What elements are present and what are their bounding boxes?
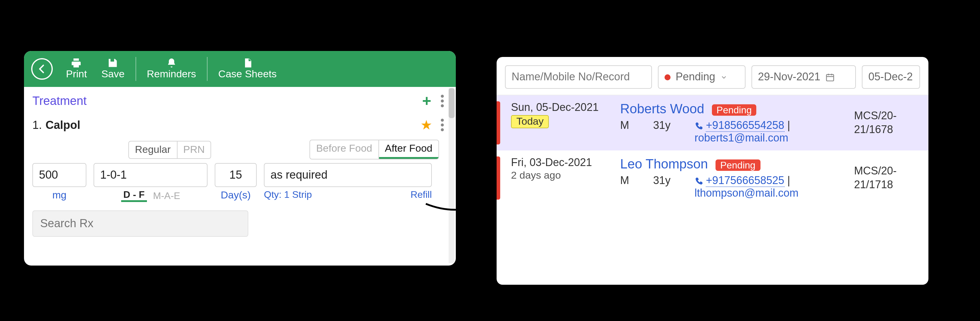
before-food-option[interactable]: Before Food (310, 140, 379, 159)
status-label: Pending (676, 71, 715, 83)
chevron-down-icon (720, 73, 727, 81)
patient-age: 31y (653, 119, 671, 145)
print-button[interactable]: Print (59, 55, 94, 83)
record-date: Sun, 05-Dec-2021 (511, 101, 613, 114)
date-from-label: 29-Nov-2021 (758, 71, 820, 83)
save-icon (107, 57, 119, 68)
dose-unit[interactable]: mg (52, 187, 66, 202)
status-badge: Pending (716, 159, 760, 171)
instruction-input[interactable]: as required (264, 163, 432, 187)
reminders-button[interactable]: Reminders (140, 55, 203, 83)
back-button[interactable] (31, 58, 53, 80)
date-to-label: 05-Dec-2 (869, 71, 913, 83)
section-header: Treatment + (24, 87, 456, 114)
status-filter[interactable]: Pending (658, 65, 746, 89)
records-panel: Pending 29-Nov-2021 05-Dec-2 Sun, 05-Dec… (496, 57, 928, 285)
patient-record[interactable]: Fri, 03-Dec-2021 2 days ago Leo Thompson… (496, 151, 928, 206)
med-index: 1. (32, 118, 42, 132)
med-name: Calpol (46, 118, 80, 132)
frequency-input[interactable]: 1-0-1 (94, 163, 207, 187)
svg-rect-0 (826, 74, 834, 81)
status-dot-icon (665, 74, 671, 80)
patient-name[interactable]: Leo Thompson (620, 156, 708, 172)
star-icon[interactable]: ★ (416, 117, 437, 133)
patient-name[interactable]: Roberts Wood (620, 101, 704, 116)
toolbar-separator (135, 57, 136, 81)
med-options-row: Regular PRN Before Food After Food (24, 136, 456, 160)
document-icon (242, 57, 253, 68)
arrow-left-icon (37, 64, 48, 74)
patient-email[interactable]: roberts1@mail.com (695, 132, 788, 144)
patient-record[interactable]: Sun, 05-Dec-2021 Today Roberts Wood Pend… (496, 95, 928, 151)
print-icon (70, 57, 83, 68)
patient-gender: M (620, 175, 629, 200)
bell-icon (165, 57, 178, 68)
search-patient-box[interactable] (505, 65, 652, 89)
medication-row: 1. Calpol ★ (32, 116, 447, 133)
search-rx-input[interactable] (32, 210, 248, 237)
record-id: MCS/20-21/1718 (854, 164, 897, 192)
toolbar-separator (207, 57, 207, 81)
reminders-label: Reminders (146, 68, 196, 80)
print-label: Print (66, 68, 87, 80)
save-button[interactable]: Save (94, 55, 132, 83)
prn-option[interactable]: PRN (177, 141, 211, 158)
status-badge: Pending (712, 104, 756, 116)
patient-gender: M (620, 119, 629, 145)
search-patient-input[interactable] (512, 71, 646, 83)
add-treatment-button[interactable]: + (416, 92, 437, 110)
scrollbar-thumb[interactable] (449, 88, 455, 118)
med-menu-button[interactable] (437, 116, 447, 133)
patient-phone[interactable]: +918566554258 (695, 119, 787, 131)
record-id: MCS/20-21/1678 (854, 109, 897, 137)
regular-option[interactable]: Regular (129, 141, 177, 158)
food-timing-toggle: Before Food After Food (309, 140, 439, 159)
status-stripe (496, 101, 500, 145)
patient-age: 31y (653, 175, 671, 200)
patient-email[interactable]: lthompson@mail.com (695, 187, 799, 199)
patient-phone[interactable]: +917566658525 (695, 175, 787, 186)
after-food-option[interactable]: After Food (379, 140, 438, 159)
filter-row: Pending 29-Nov-2021 05-Dec-2 (496, 57, 928, 95)
freq-mae-option[interactable]: M-A-E (153, 190, 180, 201)
status-stripe (496, 156, 500, 200)
section-menu-button[interactable] (437, 92, 447, 110)
case-sheets-button[interactable]: Case Sheets (211, 55, 284, 83)
regular-prn-toggle: Regular PRN (128, 141, 212, 159)
dose-input[interactable]: 500 (32, 163, 86, 187)
record-date: Fri, 03-Dec-2021 (511, 156, 613, 169)
date-to-filter[interactable]: 05-Dec-2 (862, 65, 920, 89)
date-from-filter[interactable]: 29-Nov-2021 (751, 65, 856, 89)
section-title: Treatment (32, 94, 87, 108)
phone-icon (695, 177, 703, 185)
treatment-panel: Print Save Reminders Case Sheets Treatme… (24, 51, 456, 265)
phone-icon (695, 122, 703, 130)
calendar-icon (825, 72, 835, 82)
relative-time: 2 days ago (511, 170, 561, 181)
qty-link[interactable]: Qty: 1 Strip (264, 189, 312, 200)
duration-unit[interactable]: Day(s) (221, 187, 251, 202)
case-sheets-label: Case Sheets (218, 68, 277, 80)
today-badge: Today (511, 115, 549, 128)
records-list: Sun, 05-Dec-2021 Today Roberts Wood Pend… (496, 95, 928, 206)
duration-input[interactable]: 15 (215, 163, 257, 187)
freq-df-option[interactable]: D - F (121, 189, 147, 202)
save-label: Save (101, 68, 125, 80)
med-input-row: 500 mg 1-0-1 D - F M-A-E 15 Day(s) as re… (24, 160, 456, 204)
toolbar: Print Save Reminders Case Sheets (24, 51, 456, 87)
